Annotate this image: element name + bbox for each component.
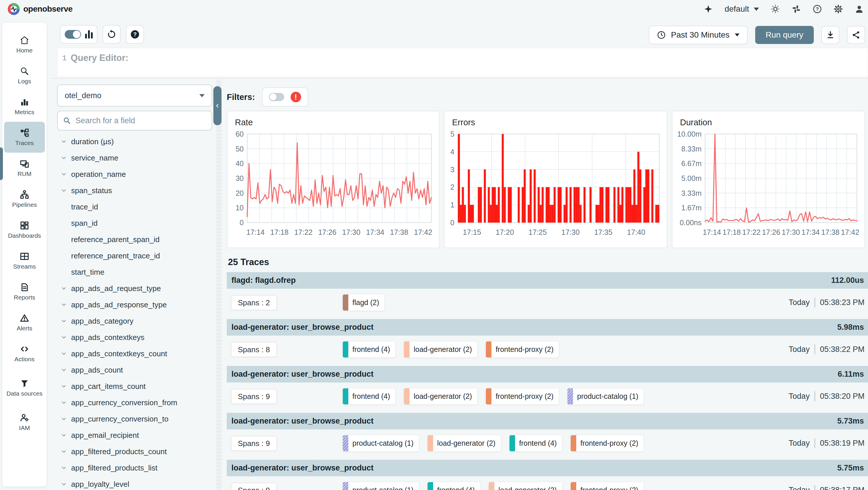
chevron-down-icon[interactable] (61, 301, 67, 308)
spans-count-button[interactable]: Spans : 8 (231, 342, 277, 357)
service-chip-frontend-proxy[interactable]: frontend-proxy (2) (486, 388, 559, 405)
theme-light-icon[interactable] (771, 4, 780, 14)
settings-gear-icon[interactable] (834, 4, 843, 14)
logo[interactable]: openobserve (0, 3, 72, 15)
field-item[interactable]: reference_parent_trace_id (57, 248, 212, 264)
service-chip-load-generator[interactable]: load-generator (2) (404, 341, 477, 358)
field-item[interactable]: app_ads_contextkeys (57, 329, 212, 346)
sidebar-item-iam[interactable]: IAM (4, 407, 45, 437)
field-item[interactable]: app_filtered_products_list (57, 460, 212, 476)
service-chip-frontend[interactable]: frontend (4) (427, 482, 480, 490)
service-chip-load-generator[interactable]: load-generator (2) (489, 482, 562, 490)
service-chip-frontend-proxy[interactable]: frontend-proxy (2) (570, 482, 644, 490)
refresh-button[interactable] (102, 25, 121, 44)
spans-count-button[interactable]: Spans : 9 (231, 483, 277, 490)
sidebar-item-alerts[interactable]: Alerts (4, 307, 45, 338)
field-item[interactable]: app_loyalty_level (57, 476, 212, 490)
service-chip-product-catalog[interactable]: product-catalog (1) (342, 435, 419, 452)
sidebar-item-streams[interactable]: Streams (4, 245, 45, 276)
time-range-selector[interactable]: Past 30 Minutes (649, 26, 748, 44)
chevron-down-icon[interactable] (61, 399, 67, 406)
sidebar-item-pipelines[interactable]: Pipelines (4, 184, 45, 215)
chevron-down-icon[interactable] (61, 187, 67, 194)
ai-sparkle-icon[interactable] (704, 4, 713, 14)
user-icon[interactable] (855, 4, 864, 14)
trace-row-header[interactable]: load-generator: user_browse_product5.98m… (227, 319, 868, 336)
service-chip-frontend-proxy[interactable]: frontend-proxy (2) (570, 435, 644, 452)
histogram-toggle-icon[interactable] (85, 30, 93, 38)
chevron-down-icon[interactable] (61, 138, 67, 145)
chevron-down-icon[interactable] (61, 383, 67, 390)
chevron-down-icon[interactable] (61, 285, 67, 292)
field-item[interactable]: duration (µs) (57, 133, 212, 150)
trace-row-header[interactable]: load-generator: user_browse_product5.75m… (227, 460, 868, 476)
field-item[interactable]: app_ads_contextkeys_count (57, 346, 212, 362)
chevron-down-icon[interactable] (61, 351, 67, 357)
collapse-fields-handle[interactable] (213, 86, 221, 125)
field-item[interactable]: app_cart_items_count (57, 378, 212, 394)
sidebar-item-home[interactable]: Home (4, 29, 45, 60)
chevron-down-icon[interactable] (61, 416, 67, 422)
query-help-button[interactable]: ? (126, 25, 144, 44)
chevron-down-icon[interactable] (61, 318, 67, 324)
sidebar-item-data-sources[interactable]: Data sources (4, 369, 45, 407)
help-icon[interactable]: ? (813, 4, 822, 14)
service-chip-load-generator[interactable]: load-generator (2) (404, 388, 477, 405)
chevron-down-icon[interactable] (61, 334, 67, 340)
service-chip-frontend-proxy[interactable]: frontend-proxy (2) (486, 341, 559, 358)
field-item[interactable]: app_ads_ad_request_type (57, 280, 212, 297)
chevron-down-icon[interactable] (61, 367, 67, 373)
org-selector[interactable]: default (724, 4, 759, 14)
service-chip-frontend[interactable]: frontend (4) (509, 435, 562, 452)
chevron-down-icon[interactable] (61, 481, 67, 487)
download-button[interactable] (822, 26, 839, 44)
service-chip-load-generator[interactable]: load-generator (2) (427, 435, 501, 452)
filters-toggle[interactable] (269, 93, 284, 101)
chevron-down-icon[interactable] (61, 155, 67, 161)
field-item[interactable]: app_ads_category (57, 313, 212, 329)
trace-row-header[interactable]: load-generator: user_browse_product5.73m… (227, 413, 868, 429)
share-button[interactable] (847, 26, 865, 44)
spans-count-button[interactable]: Spans : 2 (231, 295, 277, 310)
sidebar-item-rum[interactable]: RUM (4, 153, 45, 184)
sidebar-item-metrics[interactable]: Metrics (4, 91, 45, 122)
field-item[interactable]: app_filtered_products_count (57, 444, 212, 460)
field-item[interactable]: app_currency_conversion_to (57, 411, 212, 427)
run-query-button[interactable]: Run query (755, 26, 814, 44)
sidebar-item-traces[interactable]: Traces (4, 122, 45, 153)
field-item[interactable]: span_id (57, 215, 212, 231)
service-chip-product-catalog[interactable]: product-catalog (1) (567, 388, 644, 405)
field-item[interactable]: app_email_recipient (57, 427, 212, 444)
service-chip-frontend[interactable]: frontend (4) (342, 388, 396, 405)
slack-icon[interactable] (792, 4, 801, 14)
stream-selector[interactable]: otel_demo (57, 85, 212, 107)
field-item[interactable]: operation_name (57, 166, 212, 183)
sidebar-item-dashboards[interactable]: Dashboards (4, 215, 45, 245)
trace-row-header[interactable]: load-generator: user_browse_product6.11m… (227, 366, 868, 383)
field-item[interactable]: app_ads_count (57, 362, 212, 378)
field-item[interactable]: app_ads_ad_response_type (57, 297, 212, 313)
service-chip-flagd[interactable]: flagd (2) (342, 294, 385, 311)
chevron-down-icon[interactable] (61, 432, 67, 438)
trace-row-header[interactable]: flagd: flagd.ofrep112.00us (227, 272, 868, 289)
sidebar-item-actions[interactable]: Actions (4, 338, 45, 369)
chevron-down-icon[interactable] (61, 448, 67, 455)
sidebar-item-reports[interactable]: Reports (4, 276, 45, 307)
spans-count-button[interactable]: Spans : 9 (231, 436, 277, 451)
query-editor[interactable]: 1 Query Editor: (57, 48, 868, 77)
spans-count-button[interactable]: Spans : 9 (231, 389, 277, 404)
field-item[interactable]: start_time (57, 264, 212, 280)
field-item[interactable]: app_currency_conversion_from (57, 394, 212, 411)
chevron-down-icon[interactable] (61, 171, 67, 177)
service-chip-product-catalog[interactable]: product-catalog (1) (342, 482, 419, 490)
field-item[interactable]: service_name (57, 150, 212, 166)
field-item[interactable]: span_status (57, 183, 212, 199)
sql-mode-toggle[interactable] (65, 30, 81, 39)
service-chip-frontend[interactable]: frontend (4) (342, 341, 396, 358)
field-item[interactable]: trace_id (57, 199, 212, 215)
panel-splitter[interactable] (216, 79, 221, 490)
field-item[interactable]: reference_parent_span_id (57, 231, 212, 248)
chevron-down-icon[interactable] (61, 465, 67, 471)
field-search-input[interactable] (75, 116, 206, 125)
sidebar-item-logs[interactable]: Logs (4, 60, 45, 91)
